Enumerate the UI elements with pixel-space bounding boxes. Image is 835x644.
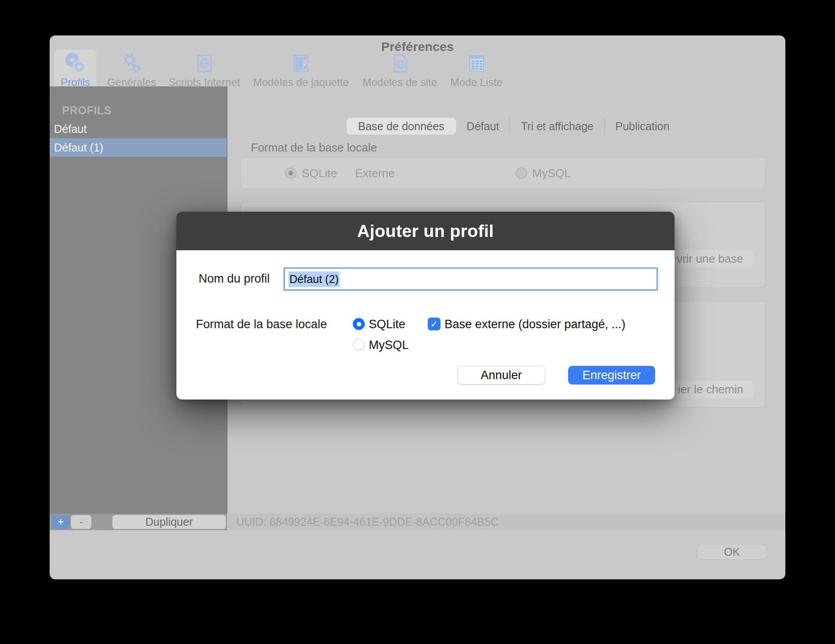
script-globe-icon [192, 51, 217, 75]
external-base-checkbox[interactable]: ✓ [428, 318, 441, 330]
sqlite-option-label[interactable]: SQLite [369, 318, 406, 331]
toolbar-item-profils[interactable]: Profils [55, 50, 97, 90]
radio-sqlite-disabled[interactable] [285, 167, 297, 179]
tab-tri-et-affichage[interactable]: Tri et affichage [510, 118, 604, 135]
remove-profile-button[interactable]: - [71, 515, 91, 529]
externe-label: Externe [355, 167, 395, 180]
discs-icon [63, 51, 88, 75]
external-option-label[interactable]: Base externe (dossier partagé, ...) [445, 318, 625, 331]
toolbar-item-modeles-site[interactable]: Modèles de site [356, 50, 443, 90]
list-table-icon [464, 51, 489, 75]
sqlite-label: SQLite [302, 167, 337, 180]
cancel-button[interactable]: Annuler [457, 366, 545, 384]
mysql-option-label[interactable]: MySQL [369, 338, 409, 352]
dialog-title: Ajouter un profil [357, 221, 494, 241]
radio-sqlite[interactable] [353, 318, 365, 330]
toolbar-label: Modèles de jaquette [253, 76, 349, 89]
site-globe-icon [387, 51, 412, 75]
toolbar-item-mode-liste[interactable]: Mode Liste [444, 50, 508, 90]
format-groupbox: SQLite Externe MySQL [241, 157, 765, 189]
cover-template-icon [289, 51, 313, 75]
section-title: Format de la base locale [251, 141, 377, 155]
add-profile-dialog: Ajouter un profil Nom du profil Défaut (… [176, 212, 675, 400]
profile-row-defaut[interactable]: Défaut [50, 120, 227, 138]
profile-name-input[interactable]: Défaut (2) [284, 268, 658, 291]
format-label: Format de la base locale [196, 318, 327, 331]
toolbar-label: Modèles de site [363, 76, 437, 89]
dialog-body: Nom du profil Défaut (2) Format de la ba… [176, 250, 675, 400]
profile-row-defaut-1[interactable]: Défaut (1) [50, 138, 227, 157]
sidebar-header: PROFILS [62, 104, 112, 117]
radio-mysql-disabled[interactable] [515, 167, 527, 179]
radio-dot [289, 171, 293, 175]
gears-icon [119, 51, 144, 75]
add-profile-button[interactable]: + [51, 515, 70, 529]
tab-base-de-donnees[interactable]: Base de données [347, 118, 456, 135]
input-selected-text: Défaut (2) [289, 272, 339, 287]
settings-tabs: Base de données Défaut Tri et affichage … [347, 118, 680, 135]
toolbar-item-generales[interactable]: Générales [101, 50, 163, 90]
radio-mysql[interactable] [353, 339, 365, 351]
toolbar-label: Mode Liste [450, 76, 502, 89]
tab-publication[interactable]: Publication [604, 118, 680, 135]
mysql-label: MySQL [532, 167, 571, 180]
toolbar-item-modeles-jaquette[interactable]: Modèles de jaquette [247, 50, 355, 90]
name-label: Nom du profil [199, 272, 270, 286]
radio-dot [357, 322, 361, 326]
save-button[interactable]: Enregistrer [568, 366, 655, 384]
uuid-text: UUID: 6849924E-6E94-461E-9DDE-8ACC00F84B… [236, 516, 499, 528]
dialog-header: Ajouter un profil [176, 212, 675, 250]
ok-button[interactable]: OK [697, 544, 767, 560]
check-icon: ✓ [430, 319, 438, 329]
tab-defaut[interactable]: Défaut [456, 118, 510, 135]
duplicate-button[interactable]: Dupliquer [112, 515, 226, 529]
toolbar-item-scripts-internet[interactable]: Scripts Internet [162, 50, 246, 90]
